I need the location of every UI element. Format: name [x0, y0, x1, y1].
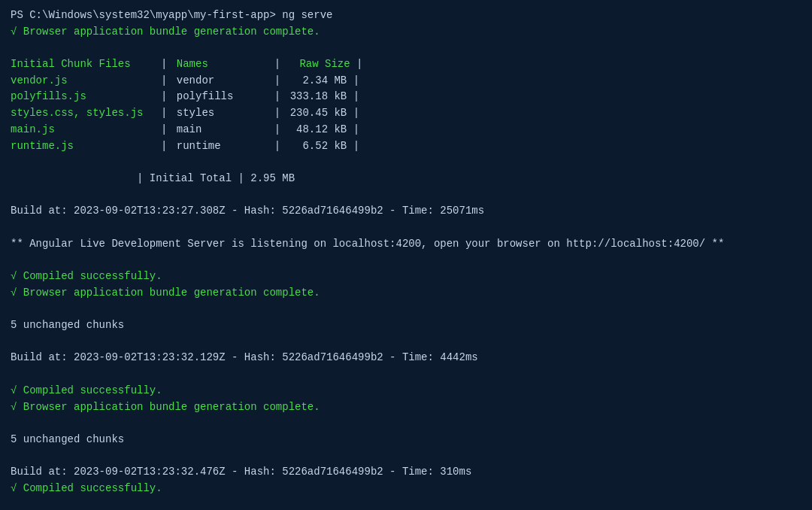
spacer-10: [11, 448, 801, 465]
spacer-2: [11, 154, 801, 171]
name-vendor: vendor: [177, 73, 274, 90]
file-vendor: vendor.js: [11, 73, 161, 90]
table-row: polyfills.js | polyfills | 333.18 kB |: [11, 89, 801, 105]
spacer-8: [11, 366, 801, 383]
sep1: |: [161, 89, 174, 105]
unchanged-line-1: 5 unchanged chunks: [11, 317, 801, 334]
bundle-complete-line-2: √ Browser application bundle generation …: [11, 285, 801, 302]
size-main: 48.12 kB: [290, 122, 353, 138]
end3: |: [353, 105, 359, 122]
unchanged-line-2: 5 unchanged chunks: [11, 432, 801, 448]
end5: |: [353, 138, 359, 155]
size-styles: 230.45 kB: [290, 105, 353, 122]
spacer-1: [11, 40, 801, 56]
build-line-2: Build at: 2023-09-02T13:23:32.129Z - Has…: [11, 350, 801, 366]
header-sep-1: |: [161, 56, 174, 73]
total-indent: |: [11, 171, 150, 187]
spacer-7: [11, 334, 801, 351]
sep1: |: [161, 122, 174, 138]
sep2: |: [274, 105, 287, 122]
end2: |: [353, 89, 359, 105]
end4: |: [353, 122, 359, 138]
header-name: Names: [177, 56, 274, 73]
size-runtime: 6.52 kB: [290, 138, 353, 155]
sep1: |: [161, 105, 174, 122]
total-label: Initial Total: [150, 171, 232, 187]
sep2: |: [274, 89, 287, 105]
size-polyfills: 333.18 kB: [290, 89, 353, 105]
bundle-complete-line-1: √ Browser application bundle generation …: [11, 24, 801, 41]
spacer-4: [11, 220, 801, 236]
header-end: |: [350, 56, 363, 73]
spacer-3: [11, 187, 801, 204]
dev-server-line: ** Angular Live Development Server is li…: [11, 236, 801, 253]
file-polyfills: polyfills.js: [11, 89, 161, 105]
table-row: vendor.js | vendor | 2.34 MB |: [11, 73, 801, 90]
table-row: runtime.js | runtime | 6.52 kB |: [11, 138, 801, 155]
table-row: styles.css, styles.js | styles | 230.45 …: [11, 105, 801, 122]
prompt-line: PS C:\Windows\system32\myapp\my-first-ap…: [11, 8, 801, 24]
sep2: |: [274, 73, 287, 90]
size-vendor: 2.34 MB: [290, 73, 353, 90]
spacer-9: [11, 415, 801, 432]
table-total: | Initial Total | 2.95 MB: [11, 171, 801, 187]
end1: |: [353, 73, 359, 90]
file-styles: styles.css, styles.js: [11, 105, 161, 122]
header-size: Raw Size: [290, 56, 350, 73]
terminal: PS C:\Windows\system32\myapp\my-first-ap…: [11, 8, 801, 502]
compiled-line-2: √ Compiled successfully.: [11, 383, 801, 399]
sep1: |: [161, 138, 174, 155]
table-header: Initial Chunk Files | Names | Raw Size |: [11, 56, 801, 73]
compiled-line-1: √ Compiled successfully.: [11, 269, 801, 285]
build-line-1: Build at: 2023-09-02T13:23:27.308Z - Has…: [11, 203, 801, 220]
total-sep: |: [232, 171, 250, 187]
header-file: Initial Chunk Files: [11, 56, 161, 73]
build-line-3: Build at: 2023-09-02T13:23:32.476Z - Has…: [11, 464, 801, 481]
file-runtime: runtime.js: [11, 138, 161, 155]
spacer-6: [11, 301, 801, 317]
compiled-line-3: √ Compiled successfully.: [11, 481, 801, 497]
bundle-complete-line-3: √ Browser application bundle generation …: [11, 399, 801, 416]
spacer-5: [11, 252, 801, 269]
name-main: main: [177, 122, 274, 138]
name-styles: styles: [177, 105, 274, 122]
sep2: |: [274, 138, 287, 155]
total-value: 2.95 MB: [250, 171, 295, 187]
name-polyfills: polyfills: [177, 89, 274, 105]
sep2: |: [274, 122, 287, 138]
sep1: |: [161, 73, 174, 90]
header-sep-2: |: [274, 56, 287, 73]
table-row: main.js | main | 48.12 kB |: [11, 122, 801, 138]
file-main: main.js: [11, 122, 161, 138]
name-runtime: runtime: [177, 138, 274, 155]
